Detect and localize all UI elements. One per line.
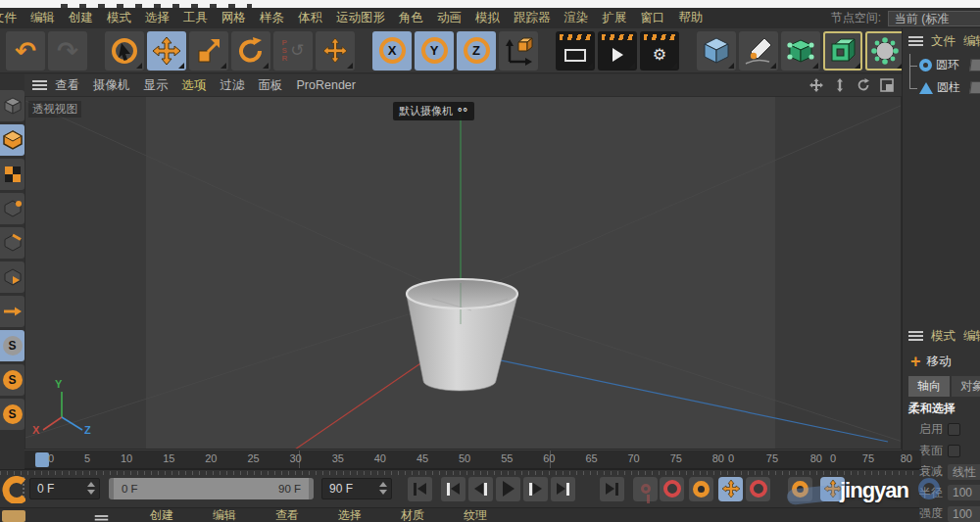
menubar-item[interactable]: 工具 — [178, 10, 213, 26]
falloff-select[interactable]: 线性 — [948, 464, 980, 480]
material-menu-icon[interactable] — [95, 515, 109, 517]
object-state-icon[interactable] — [969, 81, 980, 94]
menubar-item[interactable]: 跟踪器 — [509, 10, 556, 26]
record-pla-button[interactable] — [820, 477, 845, 501]
object-state-icon[interactable] — [969, 59, 980, 71]
object-manager-menu-icon[interactable] — [908, 36, 923, 38]
menubar-item[interactable]: 体积 — [293, 10, 327, 26]
tab-axis[interactable]: 轴向 — [908, 376, 950, 397]
generator-button[interactable] — [823, 31, 862, 71]
menubar-item[interactable]: 帮助 — [674, 10, 709, 26]
enable-axis-button[interactable] — [0, 296, 24, 327]
edges-mode-button[interactable] — [0, 227, 24, 259]
material-menu-item[interactable]: 编辑 — [213, 507, 236, 522]
node-space-select[interactable]: 当前 (标准 — [888, 11, 980, 26]
coordinate-system-button[interactable] — [499, 31, 538, 71]
menubar-item[interactable]: 模拟 — [470, 10, 505, 26]
zoom-view-icon[interactable] — [833, 78, 847, 92]
attribute-menu-icon[interactable] — [908, 331, 923, 333]
primitive-cube-button[interactable] — [697, 31, 736, 71]
viewport-menu-item[interactable]: 查看 — [49, 77, 85, 94]
record-scale-button[interactable] — [718, 477, 743, 501]
menubar-item[interactable]: 选择 — [140, 10, 174, 26]
viewport-menu-item[interactable]: 显示 — [138, 77, 174, 94]
pen-spline-button[interactable] — [739, 31, 778, 71]
z-axis-lock-button[interactable]: Z — [457, 31, 496, 71]
next-key-button[interactable] — [551, 477, 575, 501]
viewport-menu-icon[interactable] — [32, 80, 47, 82]
menubar-item[interactable]: 窗口 — [636, 10, 670, 26]
record-parameter-button[interactable] — [788, 477, 812, 501]
object-manager-menu-edit[interactable]: 编辑 — [963, 33, 980, 50]
render-picture-viewer-button[interactable] — [598, 31, 637, 71]
polygons-mode-button[interactable] — [0, 261, 24, 293]
menubar-item[interactable]: 编辑 — [25, 10, 60, 26]
menubar-item[interactable]: 网格 — [217, 10, 251, 26]
psr-reset-button[interactable]: PSR ↺ — [273, 31, 313, 71]
move-tool-button[interactable] — [147, 31, 186, 71]
deformer-button[interactable] — [865, 31, 902, 71]
record-position-button[interactable] — [689, 477, 713, 501]
surface-checkbox[interactable] — [948, 445, 960, 457]
toggle-view-icon[interactable] — [880, 78, 894, 92]
spinner-arrows-icon[interactable] — [87, 482, 95, 495]
play-button[interactable] — [496, 477, 520, 501]
menubar-item[interactable]: 运动图形 — [331, 10, 390, 26]
window-titlebar[interactable] — [0, 0, 980, 8]
viewport-menu-item[interactable]: 面板 — [253, 77, 289, 94]
timeline-ruler[interactable]: 05101520253035404550556065707580 07580 0… — [24, 451, 921, 469]
timeline-playhead[interactable] — [35, 452, 49, 467]
menubar-item[interactable]: 动画 — [432, 10, 466, 26]
object-name[interactable]: 圆环 — [936, 57, 959, 73]
undo-button[interactable]: ↶ — [6, 31, 45, 71]
redo-button[interactable]: ↷ — [48, 31, 87, 71]
rotate-tool-button[interactable] — [231, 31, 270, 71]
attribute-menu-edit[interactable]: 编辑 — [963, 328, 980, 345]
tab-object[interactable]: 对象 — [952, 376, 980, 397]
render-view-button[interactable] — [556, 31, 595, 71]
menubar-item[interactable]: 角色 — [394, 10, 428, 26]
object-manager-menu-file[interactable]: 文件 — [931, 33, 956, 50]
object-row-torus[interactable]: 圆环 — [903, 54, 980, 76]
render-settings-button[interactable]: ⚙ — [640, 31, 679, 71]
viewport-menu-item[interactable]: 摄像机 — [87, 77, 136, 94]
viewport-menu-item[interactable]: ProRender — [291, 78, 362, 92]
material-menu-item[interactable]: 创建 — [150, 507, 173, 522]
material-menu-item[interactable]: 选择 — [338, 507, 362, 522]
material-menu-item[interactable]: 材质 — [401, 507, 424, 522]
live-selection-button[interactable] — [105, 31, 144, 71]
view-label[interactable]: 透视视图 — [28, 101, 81, 118]
menubar-item[interactable]: 样条 — [255, 10, 289, 26]
x-axis-lock-button[interactable]: X — [372, 31, 412, 71]
object-row-cylinder[interactable]: 圆柱 — [903, 76, 980, 99]
viewport-menu-item[interactable]: 选项 — [176, 77, 213, 94]
material-thumbnail[interactable] — [2, 510, 25, 522]
global-move-button[interactable] — [316, 31, 355, 71]
menubar-item[interactable]: 文件 — [0, 10, 22, 26]
menubar-item[interactable]: 模式 — [102, 10, 136, 26]
scale-tool-button[interactable] — [189, 31, 228, 71]
attribute-menu-mode[interactable]: 模式 — [931, 328, 956, 345]
frame-range-slider[interactable]: 0 F 90 F — [109, 478, 314, 499]
next-frame-button[interactable] — [523, 477, 548, 501]
current-frame-spinner[interactable]: 0 F — [29, 478, 100, 499]
viewport-canvas[interactable]: 透视视图 默认摄像机 °° Y X Z — [24, 96, 902, 450]
material-menu-item[interactable]: 纹理 — [464, 507, 487, 522]
menubar-item[interactable]: 扩展 — [598, 10, 632, 26]
go-to-start-button[interactable] — [408, 477, 432, 501]
go-to-end-button[interactable] — [600, 477, 624, 501]
points-mode-button[interactable] — [0, 193, 24, 224]
previous-frame-button[interactable] — [468, 477, 493, 501]
strength-input[interactable]: 100 — [948, 506, 980, 522]
autokeying-button[interactable] — [660, 477, 684, 501]
menubar-item[interactable]: 创建 — [64, 10, 98, 26]
subdivision-surface-button[interactable] — [781, 31, 820, 71]
viewport-solo-hierarchy-button[interactable]: S — [0, 399, 24, 430]
viewport-solo-off-button[interactable]: S — [0, 330, 24, 361]
texture-mode-button[interactable] — [0, 159, 24, 190]
y-axis-lock-button[interactable]: Y — [415, 31, 454, 71]
previous-key-button[interactable] — [441, 477, 466, 501]
enable-checkbox[interactable] — [948, 423, 960, 436]
menubar-item[interactable]: 渲染 — [560, 10, 594, 26]
model-mode-button[interactable] — [0, 124, 24, 156]
